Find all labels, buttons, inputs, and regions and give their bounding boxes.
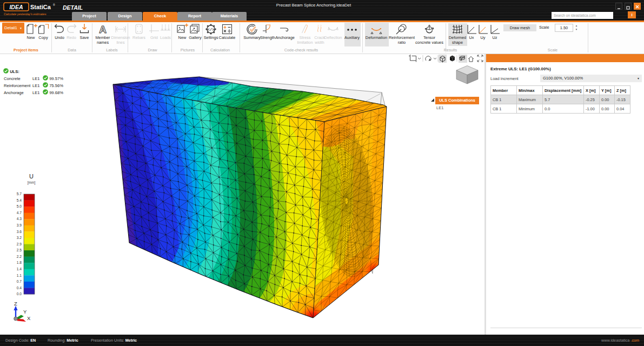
svg-text:0.0: 0.0 <box>17 292 22 296</box>
svg-text:[mm]: [mm] <box>28 181 36 185</box>
svg-text:1.1: 1.1 <box>17 274 22 277</box>
svg-text:5.0: 5.0 <box>17 204 22 208</box>
svg-text:2.2: 2.2 <box>17 255 22 258</box>
svg-text:X: X <box>27 315 31 321</box>
svg-text:0.4: 0.4 <box>17 286 22 290</box>
svg-text:Z: Z <box>14 301 17 307</box>
svg-text:U: U <box>29 173 34 179</box>
svg-text:5.4: 5.4 <box>17 198 22 202</box>
svg-text:3.9: 3.9 <box>17 223 22 227</box>
svg-text:2.5: 2.5 <box>17 248 22 252</box>
svg-text:Y: Y <box>23 309 27 315</box>
svg-text:2.9: 2.9 <box>17 242 22 246</box>
svg-text:3.6: 3.6 <box>17 230 22 234</box>
svg-text:3.2: 3.2 <box>17 236 22 239</box>
svg-text:5.7: 5.7 <box>17 192 22 196</box>
svg-text:4.3: 4.3 <box>17 217 22 221</box>
svg-text:0.7: 0.7 <box>17 280 22 283</box>
svg-text:1.8: 1.8 <box>17 261 22 264</box>
svg-text:4.7: 4.7 <box>17 211 22 215</box>
svg-text:1.4: 1.4 <box>17 267 22 271</box>
